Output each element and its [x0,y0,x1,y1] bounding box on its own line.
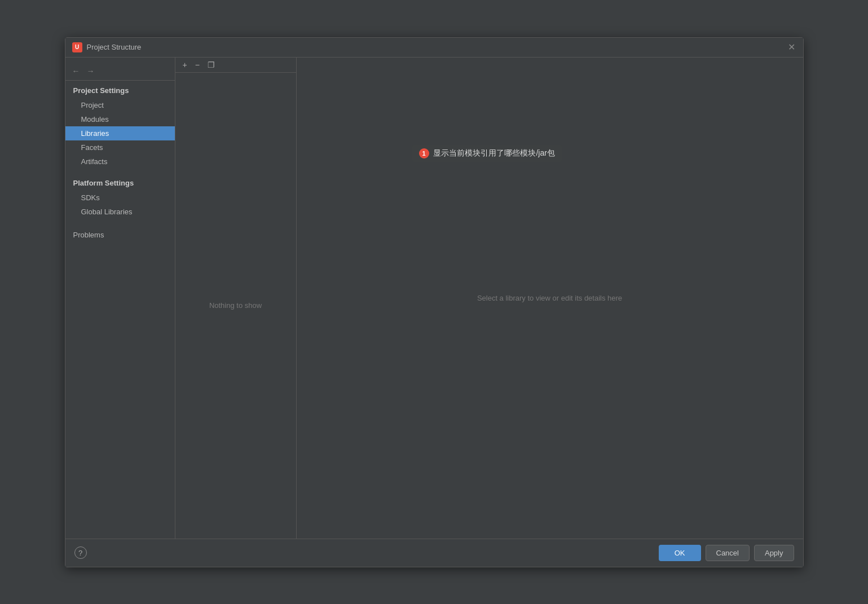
navigation-bar: ← → [65,62,175,81]
remove-button[interactable]: − [192,60,202,70]
sidebar: ← → Project Settings Project Modules Lib… [65,58,175,539]
title-bar-left: U Project Structure [72,42,142,52]
tooltip-popup: 1 显示当前模块引用了哪些模块/jar包 [412,145,562,162]
title-bar: U Project Structure ✕ [65,38,803,58]
nothing-to-show-text: Nothing to show [209,301,262,310]
tooltip-text: 显示当前模块引用了哪些模块/jar包 [433,148,554,157]
cancel-button[interactable]: Cancel [706,545,750,561]
apply-button[interactable]: Apply [754,545,794,561]
sidebar-inner: Project Settings Project Modules Librari… [65,81,175,534]
sidebar-item-sdks[interactable]: SDKs [65,191,175,205]
platform-settings-header: Platform Settings [65,175,175,191]
project-settings-header: Project Settings [65,83,175,98]
detail-placeholder: Select a library to view or edit its det… [477,294,622,302]
detail-panel: Select a library to view or edit its det… [297,58,803,539]
list-panel: + − ❐ Nothing to show [175,58,297,539]
sidebar-item-global-libraries[interactable]: Global Libraries [65,205,175,219]
ok-button[interactable]: OK [659,545,701,561]
list-empty-message: Nothing to show [175,73,296,539]
footer-buttons: OK Cancel Apply [659,545,794,561]
app-icon: U [72,42,82,52]
help-button[interactable]: ? [74,546,87,559]
sidebar-item-project[interactable]: Project [65,98,175,112]
sidebar-item-libraries[interactable]: Libraries [65,126,175,140]
tooltip-badge: 1 [419,148,429,158]
copy-button[interactable]: ❐ [205,60,218,70]
add-button[interactable]: + [180,60,190,70]
list-toolbar: + − ❐ [175,58,296,73]
project-structure-dialog: U Project Structure ✕ ← → Project Settin… [65,37,804,567]
sidebar-item-modules[interactable]: Modules [65,112,175,126]
sidebar-item-artifacts[interactable]: Artifacts [65,155,175,169]
forward-button[interactable]: → [85,65,97,77]
sidebar-item-facets[interactable]: Facets [65,140,175,155]
main-panel: + − ❐ Nothing to show Select a library t… [175,58,803,539]
back-button[interactable]: ← [70,65,82,77]
sidebar-item-problems[interactable]: Problems [65,228,175,242]
close-button[interactable]: ✕ [787,43,796,52]
footer-left: ? [74,546,87,559]
section-gap [65,169,175,173]
footer: ? OK Cancel Apply [65,539,803,567]
content-area: ← → Project Settings Project Modules Lib… [65,58,803,539]
window-title: Project Structure [87,43,142,51]
